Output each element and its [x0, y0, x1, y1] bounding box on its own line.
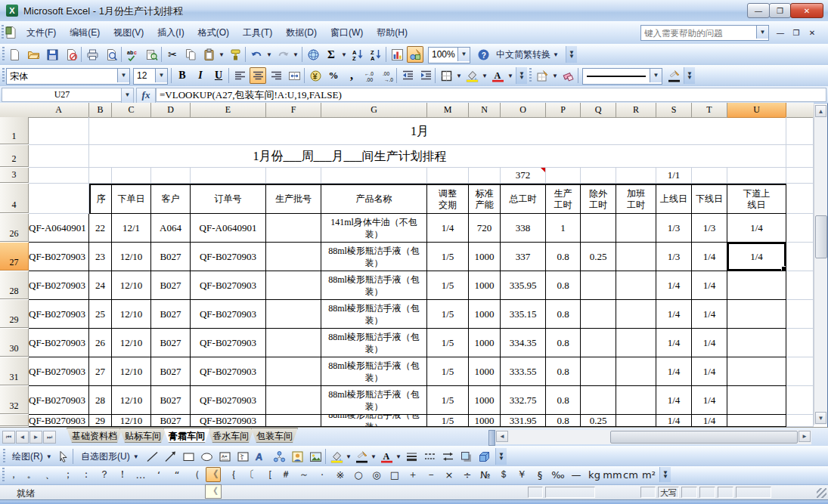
symbol-button-21[interactable]: □	[387, 467, 402, 482]
oval-icon[interactable]	[198, 448, 215, 465]
symbol-button-28[interactable]: ￥	[514, 467, 529, 482]
fill-handle[interactable]	[781, 266, 786, 271]
symbol-button-26[interactable]: №	[478, 467, 493, 482]
cell-F33[interactable]	[266, 415, 321, 427]
cell-A28[interactable]: QF-B0270903	[29, 271, 89, 300]
cell-P32[interactable]: 0.8	[546, 386, 581, 415]
cell-M33[interactable]: 1/5	[427, 415, 469, 427]
cell-T26[interactable]: 1/3	[692, 214, 727, 243]
row-header-30[interactable]: 30	[0, 329, 29, 357]
table-header-P[interactable]: 生产 工时	[546, 184, 581, 214]
row-header-27[interactable]: 27	[0, 243, 29, 271]
cell-C32[interactable]: 12/10	[112, 386, 151, 415]
cell-B32[interactable]: 28	[89, 386, 112, 415]
redo-dropdown-icon[interactable]: ▼	[291, 46, 300, 63]
column-header-M[interactable]: M	[427, 103, 469, 118]
cell-U33[interactable]	[727, 415, 786, 427]
cell-beyond[interactable]	[786, 184, 814, 214]
prev-sheet-icon[interactable]: ◄	[16, 431, 29, 444]
line-icon[interactable]	[144, 448, 160, 465]
cell-O30[interactable]: 334.35	[501, 329, 546, 357]
cell-N27[interactable]: 1000	[469, 243, 501, 271]
toolbar-grip[interactable]	[3, 449, 5, 464]
close-button[interactable]: ✕	[790, 3, 823, 18]
column-header-T[interactable]: T	[692, 103, 727, 118]
cell-D26[interactable]: A064	[151, 214, 191, 243]
3d-style-icon[interactable]	[476, 448, 492, 465]
decrease-indent-icon[interactable]	[399, 67, 416, 84]
text-box-icon[interactable]: A=	[216, 448, 233, 465]
cell-D3[interactable]	[151, 168, 191, 184]
row-header-31[interactable]: 31	[0, 357, 29, 385]
zoom-combo[interactable]: 100%▼	[428, 47, 470, 63]
cell-F3[interactable]	[266, 168, 321, 184]
cell-A4[interactable]	[29, 184, 89, 214]
symbol-button-31[interactable]: —	[569, 467, 584, 482]
insert-picture-icon[interactable]	[307, 448, 324, 465]
cell-Q27[interactable]: 0.25	[581, 243, 616, 271]
cell-D27[interactable]: B027	[151, 243, 191, 271]
cell-E31[interactable]: QF-B0270903	[191, 357, 266, 386]
increase-indent-icon[interactable]	[417, 67, 434, 84]
cell-Q29[interactable]	[581, 300, 616, 329]
menu-视图(V)[interactable]: 视图(V)	[107, 22, 150, 43]
help-icon[interactable]: ?	[475, 46, 492, 63]
cell-N28[interactable]: 1000	[469, 271, 501, 300]
align-center-icon[interactable]	[250, 67, 266, 84]
column-header-Q[interactable]: Q	[581, 103, 616, 118]
cell-E30[interactable]: QF-B0270903	[191, 329, 266, 357]
cell-R32[interactable]	[616, 386, 656, 415]
cell-T33[interactable]: 1/4	[692, 415, 727, 427]
first-sheet-icon[interactable]: ⏮	[2, 431, 15, 444]
column-header-B[interactable]: B	[89, 103, 112, 118]
cell-G29[interactable]: 88ml棱形瓶洁手液（包装）	[321, 300, 427, 329]
spelling-icon[interactable]: abc	[124, 46, 141, 63]
cell-E32[interactable]: QF-B0270903	[191, 386, 266, 415]
line-style-icon[interactable]	[403, 448, 420, 465]
menu-工具(T)[interactable]: 工具(T)	[236, 22, 279, 43]
draw-border-dropdown-icon[interactable]: ▼	[550, 67, 560, 84]
paste-dropdown-icon[interactable]: ▼	[217, 46, 226, 63]
cell-N26[interactable]: 720	[469, 214, 501, 243]
cell-U30[interactable]	[727, 329, 786, 357]
chart-wizard-icon[interactable]	[389, 46, 405, 63]
line-color-icon[interactable]	[353, 448, 370, 465]
cell-C30[interactable]: 12/10	[112, 329, 151, 357]
toolbar-grip[interactable]	[2, 468, 5, 481]
chevron-down-icon[interactable]: ▼	[117, 69, 129, 82]
cell-C27[interactable]: 12/10	[112, 243, 151, 271]
cell-O32[interactable]: 332.75	[501, 386, 546, 415]
cell-C33[interactable]: 12/10	[112, 415, 151, 427]
cell-P31[interactable]: 0.8	[546, 357, 581, 386]
cell-N31[interactable]: 1000	[469, 357, 501, 386]
column-header-partial[interactable]	[786, 103, 814, 118]
cell-S31[interactable]: 1/4	[656, 357, 692, 386]
table-header-D[interactable]: 客户	[151, 184, 191, 214]
cell-P3[interactable]	[546, 168, 581, 184]
column-header-E[interactable]: E	[191, 103, 266, 118]
table-header-M[interactable]: 调整 交期	[427, 184, 469, 214]
cell-B27[interactable]: 23	[89, 243, 112, 271]
symbol-button-14[interactable]: ［	[260, 467, 275, 482]
cell-T30[interactable]: 1/4	[692, 329, 727, 357]
column-header-F[interactable]: F	[266, 103, 321, 118]
cell-C26[interactable]: 12/1	[112, 214, 151, 243]
help-search-input[interactable]	[643, 26, 756, 39]
cell-D29[interactable]: B027	[151, 300, 191, 329]
cell-G30[interactable]: 88ml棱形瓶洁手液（包装）	[321, 329, 427, 357]
cell-S32[interactable]: 1/4	[656, 386, 692, 415]
symbol-button-30[interactable]: ‰	[550, 467, 566, 482]
line-style-combo[interactable]: ▼	[582, 68, 662, 85]
toolbar-options-chevron[interactable]: ▼▼	[495, 448, 507, 465]
cell-Q30[interactable]	[581, 329, 616, 357]
cell-E26[interactable]: QF-A0640901	[191, 214, 266, 243]
table-header-B[interactable]: 序	[89, 184, 112, 214]
cell-B29[interactable]: 25	[89, 300, 112, 329]
cell-G3[interactable]	[321, 168, 427, 184]
cell-E33[interactable]: QF-B0270903	[191, 415, 266, 427]
line-color-icon[interactable]	[665, 67, 682, 84]
cell-R31[interactable]	[616, 357, 656, 386]
cell-G27[interactable]: 88ml棱形瓶洁手液（包装）	[321, 243, 427, 271]
menubar-grip[interactable]	[2, 25, 4, 40]
cell-O3[interactable]: 372	[501, 168, 546, 184]
